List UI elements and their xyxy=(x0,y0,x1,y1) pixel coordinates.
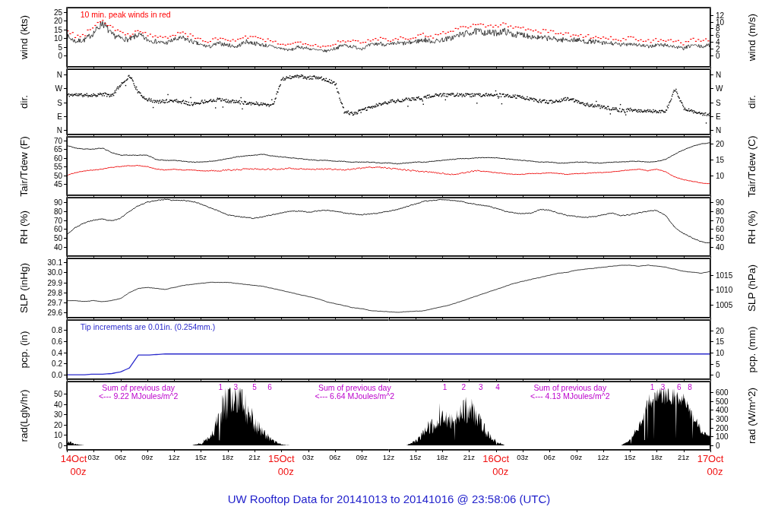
ytick-right-rh: 50 xyxy=(716,234,724,242)
ytick-left-rh: 60 xyxy=(54,225,62,233)
ytick-right-tair: 15 xyxy=(716,155,724,163)
axis-title-right-wind: wind (m/s) xyxy=(746,14,757,61)
ytick-left-rh: 50 xyxy=(54,234,62,242)
ytick-right-dir: N xyxy=(716,70,721,78)
xtick-label-minor: 09z xyxy=(141,453,153,461)
ytick-left-rad: 10 xyxy=(54,431,62,439)
ytick-right-rad: 0 xyxy=(716,442,720,450)
rad-hour-marker: 1 xyxy=(650,383,655,391)
ytick-left-rh: 70 xyxy=(54,216,62,224)
axis-title-left-dir: dir. xyxy=(18,95,30,109)
ytick-left-wind: 5 xyxy=(58,43,62,51)
ytick-left-slp: 30.1 xyxy=(48,258,62,266)
xtick-label-hour: 00z xyxy=(492,466,508,477)
ytick-right-rh: 70 xyxy=(716,216,724,224)
annotation-wind: 10 min. peak winds in red xyxy=(81,10,171,19)
xtick-label-minor: 12z xyxy=(597,453,609,461)
xtick-label-minor: 03z xyxy=(517,453,528,461)
rad-hour-marker: 4 xyxy=(495,383,500,391)
ytick-left-tair: 50 xyxy=(54,171,62,179)
axis-title-left-pcp: pcp. (in) xyxy=(18,331,30,369)
xtick-label-minor: 21z xyxy=(248,453,260,461)
ytick-right-rad: 400 xyxy=(716,406,729,414)
ytick-right-tair: 20 xyxy=(716,140,724,148)
ytick-left-rh: 80 xyxy=(54,207,62,215)
ytick-left-rh: 90 xyxy=(54,198,62,207)
xtick-label-date: 14Oct xyxy=(61,453,87,464)
ytick-right-pcp: 20 xyxy=(716,327,724,335)
axis-title-right-pcp: pcp. (mm) xyxy=(746,327,757,373)
xtick-label-date: 17Oct xyxy=(697,453,724,464)
annotation-pcp: Tip increments are 0.01in. (0.254mm.) xyxy=(81,322,216,331)
axis-title-right-dir: dir. xyxy=(746,95,757,109)
ytick-right-rad: 200 xyxy=(716,423,729,432)
xtick-label-minor: 21z xyxy=(463,453,475,461)
rad-hour-marker: 6 xyxy=(677,383,682,391)
ytick-left-tair: 55 xyxy=(54,163,62,171)
ytick-right-rad: 500 xyxy=(716,397,729,405)
ytick-right-pcp: 5 xyxy=(716,359,720,368)
axis-title-left-rad: rad(Lgly/hr) xyxy=(18,389,30,442)
ytick-left-dir: N xyxy=(57,126,62,135)
ytick-right-dir: N xyxy=(716,126,721,135)
rad-hour-marker: 1 xyxy=(443,383,448,391)
ytick-right-slp: 1010 xyxy=(716,286,732,294)
rad-hour-marker: 5 xyxy=(252,383,257,391)
axis-title-left-rh: RH (%) xyxy=(18,210,30,243)
xtick-label-hour: 00z xyxy=(278,466,294,477)
rad-sum-annotation-line2: <--- 9.22 MJoules/m^2 xyxy=(99,391,178,401)
xtick-label-hour: 00z xyxy=(707,466,723,477)
ytick-left-slp: 29.6 xyxy=(48,309,62,317)
xtick-label-minor: 18z xyxy=(222,453,233,461)
ytick-right-dir: S xyxy=(716,98,721,106)
ytick-left-pcp: 0.4 xyxy=(52,348,62,356)
ytick-right-rad: 300 xyxy=(716,414,729,423)
ytick-left-pcp: 0.2 xyxy=(52,359,62,368)
ytick-right-slp: 1015 xyxy=(716,271,732,279)
ytick-left-tair: 60 xyxy=(54,154,62,162)
rad-hour-marker: 1 xyxy=(219,383,223,391)
axis-title-left-wind: wind (kts) xyxy=(18,15,30,59)
xtick-label-minor: 15z xyxy=(195,453,207,461)
xtick-label-minor: 12z xyxy=(168,453,179,461)
ytick-left-rad: 40 xyxy=(54,400,62,408)
rad-hour-marker: 8 xyxy=(688,383,692,391)
ytick-right-rh: 60 xyxy=(716,225,724,233)
xtick-label-minor: 18z xyxy=(651,453,663,461)
ytick-right-pcp: 10 xyxy=(716,348,724,356)
xtick-label-minor: 06z xyxy=(329,453,340,461)
ytick-right-rad: 100 xyxy=(716,432,729,441)
ytick-right-rad: 600 xyxy=(716,388,729,396)
ytick-left-wind: 25 xyxy=(54,8,62,16)
ytick-right-pcp: 15 xyxy=(716,337,724,346)
ytick-right-pcp: 0 xyxy=(716,371,720,379)
xtick-label-minor: 06z xyxy=(544,453,555,461)
xtick-label-minor: 06z xyxy=(115,453,126,461)
axis-title-right-tair: Tair/Tdew (C) xyxy=(746,135,757,197)
rad-hour-marker: 2 xyxy=(462,383,466,391)
ytick-left-tair: 45 xyxy=(54,180,62,188)
ytick-left-dir: E xyxy=(57,112,62,120)
ytick-left-pcp: 0.0 xyxy=(52,371,62,379)
ytick-right-rh: 40 xyxy=(716,242,724,251)
xtick-label-minor: 12z xyxy=(383,453,394,461)
rad-sum-annotation-line2: <--- 6.64 MJoules/m^2 xyxy=(315,391,394,401)
ytick-left-slp: 29.9 xyxy=(48,278,62,287)
ytick-left-pcp: 0.8 xyxy=(52,326,62,334)
ytick-left-wind: 10 xyxy=(54,34,62,43)
xtick-label-date: 16Oct xyxy=(482,453,509,464)
axis-title-left-slp: SLP (inHg) xyxy=(18,263,30,313)
ytick-left-wind: 0 xyxy=(58,51,62,59)
xtick-label-minor: 09z xyxy=(356,453,368,461)
axis-title-right-rad: rad (W/m^2) xyxy=(746,388,757,444)
figure-title: UW Rooftop Data for 20141013 to 20141016… xyxy=(0,492,778,505)
ytick-left-dir: S xyxy=(57,98,62,106)
ytick-left-pcp: 0.6 xyxy=(52,337,62,345)
ytick-left-dir: W xyxy=(55,84,62,93)
ytick-right-dir: W xyxy=(716,84,723,93)
ytick-left-rh: 40 xyxy=(54,242,62,251)
ytick-left-tair: 65 xyxy=(54,145,62,154)
xtick-label-minor: 03z xyxy=(88,453,100,461)
ytick-right-tair: 10 xyxy=(716,171,724,179)
ytick-right-rh: 90 xyxy=(716,198,724,207)
